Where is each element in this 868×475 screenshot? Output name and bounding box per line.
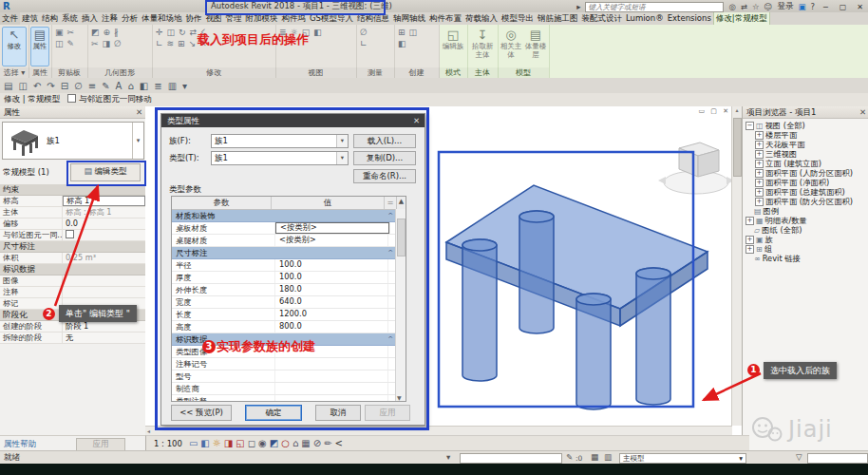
ribbon-tab-11[interactable]: 附加模块: [244, 12, 280, 25]
copy-element-icon[interactable]: ◫: [167, 28, 176, 37]
parameter-row[interactable]: 厚度100.0: [172, 272, 396, 284]
palette-close-icon[interactable]: ✕: [136, 106, 142, 119]
dialog-title-bar[interactable]: 类型属性✕: [161, 114, 425, 127]
ribbon-tab-10[interactable]: 管理: [224, 12, 244, 25]
tree-item[interactable]: ▱图纸 (全部): [743, 225, 868, 235]
tree-expander-icon[interactable]: +: [755, 198, 764, 206]
ribbon-tab-14[interactable]: 结构信息: [355, 12, 391, 25]
search-input[interactable]: [585, 2, 724, 12]
property-value[interactable]: 无: [63, 332, 145, 343]
tree-expander-icon[interactable]: +: [755, 131, 764, 140]
more-icon[interactable]: ✏: [324, 438, 331, 448]
property-value[interactable]: 0.0: [63, 218, 145, 229]
vertical-scrollbar[interactable]: ▴: [731, 106, 742, 426]
offset-icon[interactable]: ≋: [167, 39, 175, 48]
favorites-icon[interactable]: ☆: [752, 2, 760, 11]
pick-new-host-button[interactable]: ↧ 拾取新主体: [469, 28, 496, 66]
open-icon[interactable]: ▤: [4, 81, 12, 91]
section-collapse-icon[interactable]: ^: [387, 210, 393, 221]
ribbon-tab-3[interactable]: 系统: [60, 12, 80, 25]
tree-expander-icon[interactable]: +: [755, 188, 764, 197]
ribbon-tab-19[interactable]: 钢筋施工图: [536, 12, 580, 25]
palette-apply-button[interactable]: 应用: [76, 438, 125, 451]
analysis-icon[interactable]: ▦: [301, 438, 310, 448]
close-button[interactable]: ✕: [854, 3, 866, 11]
parameter-value[interactable]: 100.0: [275, 272, 387, 283]
section-collapse-icon[interactable]: ^: [387, 247, 393, 258]
edit-family-button[interactable]: ◱ 编辑族: [441, 28, 465, 66]
ok-button[interactable]: 确定: [245, 405, 302, 421]
tree-expander-icon[interactable]: +: [755, 179, 764, 187]
undo-icon[interactable]: ↶: [33, 81, 41, 91]
tree-expander-icon[interactable]: +: [745, 236, 754, 244]
worksets-drop-icon[interactable]: ▾: [446, 452, 450, 462]
save-icon[interactable]: ◫: [18, 81, 27, 91]
ribbon-tab-5[interactable]: 注释: [100, 12, 120, 25]
section-tool-icon[interactable]: ◧: [140, 81, 148, 91]
join-icon[interactable]: ⊕: [104, 28, 111, 37]
parameter-row[interactable]: 桌腿材质<按类别>: [172, 235, 396, 247]
mass-floor-button[interactable]: ▤ 体量楼层: [524, 28, 547, 66]
parameter-value[interactable]: 100.0: [275, 259, 387, 271]
pin-icon[interactable]: ☇: [200, 28, 205, 37]
property-value[interactable]: [63, 287, 145, 297]
tree-expander-icon[interactable]: −: [745, 122, 754, 130]
tree-expander-icon[interactable]: +: [755, 150, 764, 159]
show-rendering-icon[interactable]: ▭: [189, 438, 198, 448]
tree-item[interactable]: +三维视图: [743, 149, 868, 159]
design-options-icon[interactable]: ▥: [604, 452, 612, 462]
lock-view-icon[interactable]: ◉: [258, 438, 267, 448]
design-option-select[interactable]: 主模型▾: [619, 453, 746, 464]
parameter-value[interactable]: 180.0: [275, 284, 387, 295]
edit-type-button[interactable]: ▤ 编辑类型: [70, 163, 141, 181]
ribbon-tab-23[interactable]: 修改|常规模型: [713, 12, 770, 25]
login-link[interactable]: 登录: [777, 1, 793, 12]
property-value[interactable]: [63, 298, 145, 309]
tree-item[interactable]: ∞Revit 链接: [743, 254, 868, 263]
tree-expander-icon[interactable]: +: [755, 141, 764, 149]
tree-item[interactable]: +楼层平面: [743, 130, 868, 140]
restore-button[interactable]: ▢: [837, 3, 850, 11]
parameter-row[interactable]: 外伸长度180.0: [172, 284, 396, 296]
thin-lines-icon[interactable]: ≣: [279, 28, 287, 37]
match-icon[interactable]: ✎: [67, 39, 75, 48]
section-collapse-icon[interactable]: ^: [387, 333, 393, 345]
tree-item[interactable]: +▣族: [743, 235, 868, 244]
modify-button[interactable]: ↖ 修改: [2, 27, 27, 66]
parameter-value[interactable]: 800.0: [275, 321, 387, 332]
ribbon-tab-9[interactable]: 视图: [204, 12, 224, 25]
show-crop-icon[interactable]: ◻: [248, 438, 255, 448]
ribbon-tab-20[interactable]: 装配式设计: [579, 12, 624, 25]
revit-logo-icon[interactable]: R: [3, 0, 10, 12]
sun-path-icon[interactable]: ☼: [213, 438, 221, 448]
related-host-button[interactable]: ◎ 相关主体: [500, 28, 522, 66]
ribbon-tab-8[interactable]: 协作: [184, 12, 204, 25]
scale-control[interactable]: 1 : 100: [154, 439, 182, 448]
angle-icon[interactable]: ∟: [360, 39, 368, 48]
panel-label-select[interactable]: 选择 ▾: [0, 67, 28, 78]
dialog-close-icon[interactable]: ✕: [413, 114, 420, 127]
tree-expander-icon[interactable]: +: [745, 245, 754, 254]
parameter-value[interactable]: 640.0: [275, 296, 387, 308]
type-selector[interactable]: 族1 ▾: [2, 122, 144, 160]
shadows-icon[interactable]: ◨: [224, 438, 233, 448]
crop-view-icon[interactable]: ◱: [236, 438, 244, 448]
move-icon[interactable]: ✛: [156, 28, 163, 37]
measure-icon[interactable]: ∅: [360, 28, 368, 37]
tree-item[interactable]: +⊞组: [743, 244, 868, 254]
ribbon-tab-17[interactable]: 荷载输入: [463, 12, 500, 25]
temporary-hide-icon[interactable]: ◩: [270, 438, 278, 448]
play-icon[interactable]: ▸: [576, 2, 580, 11]
ribbon-tab-2[interactable]: 结构: [40, 12, 60, 25]
selection-count-box[interactable]: [807, 453, 868, 464]
create-group-icon[interactable]: ⊞: [398, 28, 406, 37]
dialog-apply-button[interactable]: 应用: [365, 405, 410, 421]
ribbon-tab-7[interactable]: 体量和场地: [140, 12, 184, 25]
filter-label[interactable]: 常规模型 (1): [3, 167, 49, 179]
section-icon[interactable]: ◧: [313, 28, 322, 37]
redo-icon[interactable]: ↷: [47, 81, 54, 91]
search-icon[interactable]: ◎: [728, 2, 735, 11]
parameter-value[interactable]: <按类别>: [275, 235, 387, 246]
visual-style-icon[interactable]: ◧: [200, 438, 209, 448]
properties-help-link[interactable]: 属性帮助: [4, 439, 36, 450]
